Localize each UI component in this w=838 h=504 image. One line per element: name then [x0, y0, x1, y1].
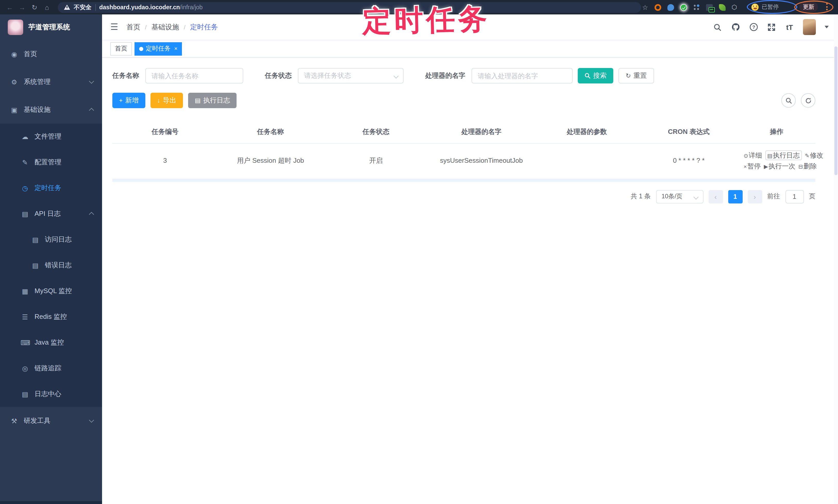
- edit-link[interactable]: ✎修改: [805, 151, 823, 159]
- document-icon: ▤: [21, 210, 29, 218]
- sidebar-bottom-scrollbar[interactable]: [0, 501, 102, 504]
- chevron-up-icon: [89, 108, 94, 113]
- sidebar-item-error-log[interactable]: ▤ 错误日志: [0, 252, 102, 278]
- x-icon: ×: [744, 163, 747, 169]
- table-bottom-highlight: [112, 179, 815, 182]
- plus-icon: +: [119, 97, 123, 104]
- extension-grid-icon[interactable]: [693, 4, 700, 11]
- extension-check-icon[interactable]: [680, 4, 687, 11]
- sidebar-item-label: 文件管理: [35, 132, 61, 141]
- page-size-select[interactable]: 10条/页: [656, 190, 703, 203]
- breadcrumb-section[interactable]: 基础设施: [151, 22, 179, 32]
- app-logo-row[interactable]: 芋道管理系统: [0, 14, 102, 40]
- run-once-link[interactable]: ▶执行一次: [764, 162, 795, 170]
- avatar-caret-icon[interactable]: [825, 26, 829, 28]
- hamburger-icon[interactable]: ☰: [110, 22, 118, 33]
- current-page-button[interactable]: 1: [728, 190, 743, 203]
- sidebar-item-java-monitor[interactable]: ⌨ Java 监控: [0, 330, 102, 355]
- help-icon[interactable]: ?: [749, 22, 758, 32]
- pagination: 共 1 条 10条/页 ‹ 1 › 前往 页: [112, 190, 815, 203]
- bookmark-star-icon[interactable]: ☆: [642, 3, 648, 11]
- security-warning-label: 不安全: [74, 3, 91, 11]
- close-icon[interactable]: ×: [174, 46, 177, 52]
- sidebar-item-access-log[interactable]: ▤ 访问日志: [0, 227, 102, 252]
- sidebar-item-log-center[interactable]: ▤ 日志中心: [0, 381, 102, 407]
- extensions-puzzle-icon[interactable]: ⬡: [732, 4, 737, 11]
- breadcrumb-current: 定时任务: [190, 22, 218, 32]
- prev-page-button[interactable]: ‹: [709, 190, 723, 203]
- job-log-button[interactable]: ▤ 执行日志: [188, 93, 237, 108]
- sidebar-item-system[interactable]: ⚙ 系统管理: [0, 68, 102, 96]
- sidebar-item-label: Redis 监控: [35, 312, 67, 321]
- export-button[interactable]: ↓ 导出: [151, 93, 183, 108]
- browser-forward-icon[interactable]: →: [17, 3, 28, 11]
- refresh-table-button[interactable]: [801, 93, 815, 108]
- browser-home-icon[interactable]: ⌂: [41, 3, 53, 11]
- tools-icon: ⚒: [10, 417, 19, 425]
- extension-icon[interactable]: [667, 4, 674, 11]
- browser-reload-icon[interactable]: ↻: [29, 3, 40, 11]
- sidebar-item-scheduled-jobs[interactable]: ◷ 定时任务: [0, 175, 102, 201]
- extension-icon[interactable]: [654, 4, 661, 11]
- sidebar-item-home[interactable]: ◉ 首页: [0, 40, 102, 68]
- page-unit-label: 页: [809, 192, 815, 201]
- tab-scheduled-jobs[interactable]: 定时任务 ×: [135, 42, 182, 55]
- chevron-down-icon: [394, 73, 399, 78]
- font-size-icon[interactable]: tT: [785, 22, 794, 32]
- github-icon[interactable]: [731, 22, 740, 32]
- chevron-down-icon: [693, 194, 698, 199]
- add-button[interactable]: + 新增: [112, 93, 145, 108]
- tab-home[interactable]: 首页: [110, 42, 132, 55]
- sidebar-item-trace[interactable]: ◎ 链路追踪: [0, 355, 102, 381]
- sidebar-item-label: 配置管理: [35, 158, 61, 167]
- user-avatar[interactable]: [803, 19, 816, 35]
- chevron-down-icon: [89, 417, 94, 422]
- monitor-icon: ⌨: [21, 339, 29, 346]
- tab-label: 定时任务: [146, 44, 171, 53]
- active-tab-dot: [139, 47, 143, 51]
- dashboard-icon: ◉: [10, 50, 19, 58]
- goto-page-input[interactable]: [785, 190, 804, 203]
- pause-link[interactable]: ×暂停: [744, 162, 761, 170]
- goto-label: 前往: [767, 192, 780, 201]
- fullscreen-icon[interactable]: [767, 22, 776, 32]
- address-bar[interactable]: 不安全 dashboard.yudao.iocoder.cn/infra/job: [58, 2, 641, 13]
- sidebar-item-redis-monitor[interactable]: ☰ Redis 监控: [0, 304, 102, 330]
- breadcrumb-home[interactable]: 首页: [126, 22, 140, 32]
- scrollbar-thumb[interactable]: [834, 46, 837, 175]
- job-status-select[interactable]: 请选择任务状态: [298, 68, 404, 84]
- sidebar-item-mysql-monitor[interactable]: ▦ MySQL 监控: [0, 278, 102, 304]
- page-content: 任务名称 任务状态 请选择任务状态 处理器的名字 搜索 ↻: [102, 58, 838, 504]
- search-button[interactable]: 搜索: [578, 68, 613, 84]
- col-handler-name: 处理器的名字: [429, 121, 534, 143]
- navbar-actions: ? tT: [713, 19, 829, 35]
- page-scrollbar[interactable]: [834, 14, 838, 504]
- sidebar-item-dev-tools[interactable]: ⚒ 研发工具: [0, 407, 102, 435]
- table-row: 3 用户 Session 超时 Job 开启 sysUserSessionTim…: [112, 143, 815, 179]
- page-size-value: 10条/页: [662, 192, 682, 201]
- handler-name-label: 处理器的名字: [425, 71, 465, 80]
- eye-icon: ◎: [21, 364, 29, 372]
- sidebar-item-label: 错误日志: [45, 260, 72, 270]
- reset-button[interactable]: ↻ 重置: [618, 68, 654, 84]
- sidebar-item-config-manage[interactable]: ✎ 配置管理: [0, 149, 102, 175]
- job-log-link[interactable]: ▤执行日志: [765, 150, 802, 160]
- detail-link[interactable]: ⊙详细: [744, 151, 762, 159]
- col-cron: CRON 表达式: [640, 121, 738, 143]
- handler-name-input[interactable]: [472, 68, 573, 84]
- search-icon[interactable]: [713, 22, 722, 32]
- browser-back-icon[interactable]: ←: [4, 3, 15, 11]
- sidebar-item-api-log[interactable]: ▤ API 日志: [0, 201, 102, 227]
- delete-link[interactable]: ⊟删除: [798, 162, 817, 170]
- extension-icon[interactable]: on: [706, 4, 713, 11]
- database-icon: ▦: [21, 287, 29, 295]
- edit-icon: ✎: [21, 158, 29, 166]
- tags-view: 首页 定时任务 ×: [102, 40, 838, 58]
- extension-leaf-icon[interactable]: [719, 4, 726, 11]
- toggle-search-button[interactable]: [781, 93, 796, 108]
- job-status-placeholder: 请选择任务状态: [304, 71, 351, 80]
- sidebar-item-file-manage[interactable]: ☁ 文件管理: [0, 124, 102, 149]
- next-page-button[interactable]: ›: [748, 190, 762, 203]
- job-name-input[interactable]: [145, 68, 243, 84]
- sidebar-item-infra[interactable]: ▣ 基础设施: [0, 96, 102, 124]
